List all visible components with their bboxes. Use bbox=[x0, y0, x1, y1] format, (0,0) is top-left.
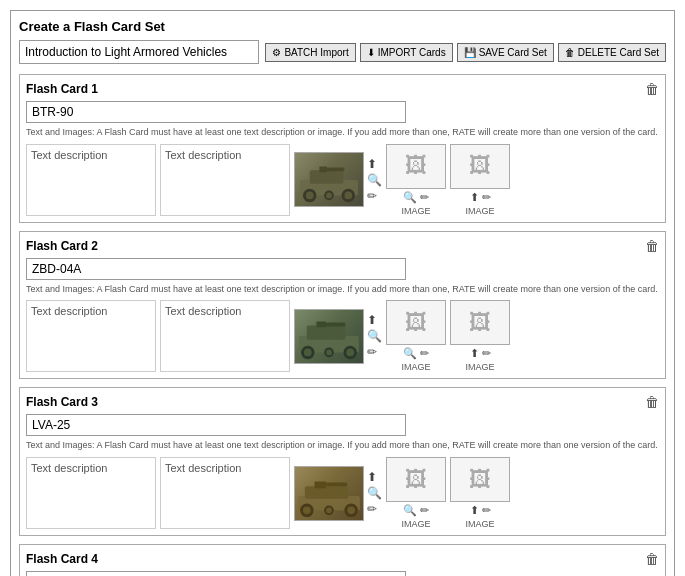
import-icon: ⬇ bbox=[367, 47, 375, 58]
card-2-header: Flash Card 2 🗑 bbox=[26, 238, 659, 254]
card-1-image-slot-2-label: IMAGE bbox=[465, 206, 494, 216]
card-1-text-desc-2[interactable]: Text description bbox=[160, 144, 290, 216]
card-3-slot1-search-icon[interactable]: 🔍 bbox=[403, 504, 417, 517]
card-1-search-icon[interactable]: 🔍 bbox=[367, 173, 382, 187]
card-1-vehicle-preview bbox=[294, 152, 364, 207]
card-2-info-text: Text and Images: A Flash Card must have … bbox=[26, 284, 659, 296]
card-1-image-slot-2: 🖼 ⬆ ✏ IMAGE bbox=[450, 144, 510, 216]
card-3-image-placeholder-2-icon: 🖼 bbox=[469, 467, 491, 493]
card-3-vehicle-actions: ⬆ 🔍 ✏ bbox=[367, 470, 382, 516]
card-2-image-slot-1: 🖼 🔍 ✏ IMAGE bbox=[386, 300, 446, 372]
card-3-image-slot-1-label: IMAGE bbox=[401, 519, 430, 529]
import-cards-label: IMPORT Cards bbox=[378, 47, 446, 58]
card-2-image-slot-2: 🖼 ⬆ ✏ IMAGE bbox=[450, 300, 510, 372]
card-4-delete-icon[interactable]: 🗑 bbox=[645, 551, 659, 567]
card-4-name-input[interactable] bbox=[26, 571, 406, 576]
svg-rect-3 bbox=[327, 168, 344, 172]
svg-point-9 bbox=[326, 193, 332, 199]
card-1-info-text: Text and Images: A Flash Card must have … bbox=[26, 127, 659, 139]
card-1-image-slot-1-label: IMAGE bbox=[401, 206, 430, 216]
card-3-search-icon[interactable]: 🔍 bbox=[367, 486, 382, 500]
card-3-image-slot-2: 🖼 ⬆ ✏ IMAGE bbox=[450, 457, 510, 529]
card-2-slot2-upload-icon[interactable]: ⬆ bbox=[470, 347, 479, 360]
card-3-name-input[interactable] bbox=[26, 414, 406, 436]
card-1-name-input[interactable] bbox=[26, 101, 406, 123]
import-cards-button[interactable]: ⬇ IMPORT Cards bbox=[360, 43, 453, 62]
card-1-upload-icon[interactable]: ⬆ bbox=[367, 157, 382, 171]
card-3-image-placeholder-1-icon: 🖼 bbox=[405, 467, 427, 493]
card-1-image-slot-1-box: 🖼 bbox=[386, 144, 446, 189]
card-2-text-desc-1[interactable]: Text description bbox=[26, 300, 156, 372]
card-3-header: Flash Card 3 🗑 bbox=[26, 394, 659, 410]
card-1-slot1-search-icon[interactable]: 🔍 bbox=[403, 191, 417, 204]
card-1-image-slot-2-actions: ⬆ ✏ bbox=[470, 191, 491, 204]
svg-point-27 bbox=[347, 506, 355, 514]
card-2-name-input[interactable] bbox=[26, 258, 406, 280]
set-name-input[interactable] bbox=[19, 40, 259, 64]
card-1-edit-icon[interactable]: ✏ bbox=[367, 189, 382, 203]
svg-rect-2 bbox=[319, 167, 327, 173]
card-2-image-area: ⬆ 🔍 ✏ 🖼 🔍 ✏ IMAGE bbox=[294, 300, 659, 372]
card-2-edit-icon[interactable]: ✏ bbox=[367, 345, 382, 359]
delete-card-set-button[interactable]: 🗑 DELETE Card Set bbox=[558, 43, 666, 62]
svg-rect-11 bbox=[307, 325, 346, 339]
svg-point-25 bbox=[303, 506, 311, 514]
card-2-slot1-edit-icon[interactable]: ✏ bbox=[420, 347, 429, 360]
card-1-image-area: ⬆ 🔍 ✏ 🖼 🔍 ✏ IMAGE bbox=[294, 144, 659, 216]
card-2-delete-icon[interactable]: 🗑 bbox=[645, 238, 659, 254]
card-3-delete-icon[interactable]: 🗑 bbox=[645, 394, 659, 410]
card-1-image-slot-1-actions: 🔍 ✏ bbox=[403, 191, 429, 204]
svg-rect-23 bbox=[326, 482, 347, 486]
card-2-image-slot-1-box: 🖼 bbox=[386, 300, 446, 345]
card-1-slot2-edit-icon[interactable]: ✏ bbox=[482, 191, 491, 204]
card-2-image-slot-1-label: IMAGE bbox=[401, 362, 430, 372]
card-3-text-desc-1[interactable]: Text description bbox=[26, 457, 156, 529]
card-3-slot1-edit-icon[interactable]: ✏ bbox=[420, 504, 429, 517]
card-3-edit-icon[interactable]: ✏ bbox=[367, 502, 382, 516]
save-card-set-button[interactable]: 💾 SAVE Card Set bbox=[457, 43, 554, 62]
card-3-image-slot-1: 🖼 🔍 ✏ IMAGE bbox=[386, 457, 446, 529]
card-3-text-desc-2[interactable]: Text description bbox=[160, 457, 290, 529]
svg-point-19 bbox=[326, 349, 332, 355]
card-3-slot2-upload-icon[interactable]: ⬆ bbox=[470, 504, 479, 517]
card-1-delete-icon[interactable]: 🗑 bbox=[645, 81, 659, 97]
card-1-title: Flash Card 1 bbox=[26, 82, 98, 96]
delete-card-set-label: DELETE Card Set bbox=[578, 47, 659, 58]
svg-rect-22 bbox=[315, 481, 327, 488]
card-3-info-text: Text and Images: A Flash Card must have … bbox=[26, 440, 659, 452]
card-3-vehicle-section: ⬆ 🔍 ✏ bbox=[294, 466, 382, 521]
svg-point-5 bbox=[306, 192, 314, 200]
flash-card-3: Flash Card 3 🗑 Text and Images: A Flash … bbox=[19, 387, 666, 536]
card-3-slot2-edit-icon[interactable]: ✏ bbox=[482, 504, 491, 517]
batch-import-button[interactable]: ⚙ BATCH Import bbox=[265, 43, 355, 62]
card-2-image-slot-2-actions: ⬆ ✏ bbox=[470, 347, 491, 360]
card-2-slot2-edit-icon[interactable]: ✏ bbox=[482, 347, 491, 360]
card-2-search-icon[interactable]: 🔍 bbox=[367, 329, 382, 343]
card-1-content: Text description Text description bbox=[26, 144, 659, 216]
card-1-text-desc-1[interactable]: Text description bbox=[26, 144, 156, 216]
batch-import-label: BATCH Import bbox=[284, 47, 348, 58]
card-4-header: Flash Card 4 🗑 bbox=[26, 551, 659, 567]
card-1-slot2-upload-icon[interactable]: ⬆ bbox=[470, 191, 479, 204]
card-3-upload-icon[interactable]: ⬆ bbox=[367, 470, 382, 484]
card-3-content: Text description Text description bbox=[26, 457, 659, 529]
svg-point-29 bbox=[326, 507, 332, 513]
card-3-vehicle-preview bbox=[294, 466, 364, 521]
card-1-image-placeholder-1-icon: 🖼 bbox=[405, 153, 427, 179]
card-1-slot1-edit-icon[interactable]: ✏ bbox=[420, 191, 429, 204]
svg-rect-12 bbox=[316, 321, 326, 327]
card-2-image-slot-1-actions: 🔍 ✏ bbox=[403, 347, 429, 360]
card-2-image-slot-2-box: 🖼 bbox=[450, 300, 510, 345]
save-icon: 💾 bbox=[464, 47, 476, 58]
card-1-image-slot-1: 🖼 🔍 ✏ IMAGE bbox=[386, 144, 446, 216]
card-2-vehicle-actions: ⬆ 🔍 ✏ bbox=[367, 313, 382, 359]
page-container: Create a Flash Card Set ⚙ BATCH Import ⬇… bbox=[10, 10, 675, 576]
card-2-vehicle-section: ⬆ 🔍 ✏ bbox=[294, 309, 382, 364]
flash-card-4: Flash Card 4 🗑 Text and Images: A Flash … bbox=[19, 544, 666, 576]
card-2-text-desc-2[interactable]: Text description bbox=[160, 300, 290, 372]
card-2-upload-icon[interactable]: ⬆ bbox=[367, 313, 382, 327]
card-2-title: Flash Card 2 bbox=[26, 239, 98, 253]
card-2-slot1-search-icon[interactable]: 🔍 bbox=[403, 347, 417, 360]
card-1-vehicle-actions: ⬆ 🔍 ✏ bbox=[367, 157, 382, 203]
flash-cards-container: Flash Card 1 🗑 Text and Images: A Flash … bbox=[19, 74, 666, 576]
